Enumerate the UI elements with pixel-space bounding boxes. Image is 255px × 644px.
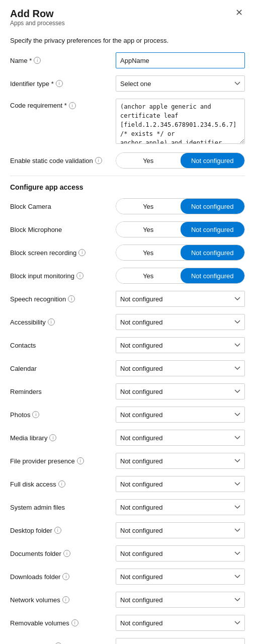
app-access-field-row: ContactsNot configured [10,337,245,353]
static-validation-info-icon[interactable]: i [95,157,102,164]
app-access-field-row: PhotosiNot configured [10,407,245,423]
field-info-icon[interactable]: i [32,411,39,418]
field-select[interactable]: Not configured [116,430,245,446]
field-info-icon[interactable]: i [63,550,70,557]
app-access-field-row: Block MicrophoneYesNot configured [10,221,245,237]
field-info-icon[interactable]: i [76,272,83,279]
field-select[interactable]: Not configured [116,407,245,423]
code-requirement-control: (anchor apple generic and certificate le… [116,99,245,145]
toggle-group[interactable]: YesNot configured [116,268,245,284]
field-info-icon[interactable]: i [62,573,69,580]
field-select[interactable]: Not configured [116,291,245,307]
toggle-not-configured[interactable]: Not configured [181,222,245,237]
name-control [116,52,245,68]
field-select[interactable]: Not configured [116,314,245,330]
toggle-group[interactable]: YesNot configured [116,245,245,261]
field-info-icon[interactable]: i [48,318,55,326]
static-validation-control: Yes Not configured [116,152,245,169]
static-validation-yes[interactable]: Yes [116,153,181,168]
code-requirement-textarea[interactable]: (anchor apple generic and certificate le… [116,99,245,144]
toggle-group[interactable]: YesNot configured [116,198,245,214]
field-select[interactable]: Not configured [116,337,245,353]
toggle-yes[interactable]: Yes [116,222,181,237]
field-info-icon[interactable]: i [62,596,69,603]
app-access-field-control: Not configured [116,615,245,631]
app-access-field-row: Removable volumesiNot configured [10,615,245,631]
app-access-field-row: Documents folderiNot configured [10,545,245,561]
app-access-field-label: Speech recognitioni [10,295,116,303]
panel-title: Add Row [10,8,65,20]
field-info-icon[interactable]: i [49,434,56,441]
app-access-field-label: System admin files [10,504,116,511]
app-access-field-control: Not configured [116,522,245,538]
toggle-group[interactable]: YesNot configured [116,221,245,237]
app-access-field-label: Contacts [10,342,116,349]
static-validation-toggle[interactable]: Yes Not configured [116,152,245,169]
app-access-field-label: Media libraryi [10,434,116,442]
field-info-icon[interactable]: i [78,249,86,256]
field-info-icon[interactable]: i [54,527,61,534]
app-access-field-control: Not configured [116,314,245,330]
toggle-yes[interactable]: Yes [116,245,181,260]
app-access-field-control: Not configured [116,453,245,469]
field-select[interactable]: Not configured [116,383,245,399]
field-select[interactable]: Not configured [116,545,245,561]
app-access-field-label: Reminders [10,388,116,395]
field-select[interactable]: Not configured [116,569,245,585]
app-access-field-row: File provider presenceiNot configured [10,453,245,469]
app-access-field-row: Network volumesiNot configured [10,592,245,608]
field-select[interactable]: Not configured [116,638,245,644]
app-access-field-row: AccessibilityiNot configured [10,314,245,330]
field-select[interactable]: Not configured [116,615,245,631]
app-access-field-control: Not configured [116,430,245,446]
static-validation-row: Enable static code validation i Yes Not … [10,152,245,169]
toggle-yes[interactable]: Yes [116,199,181,214]
field-select[interactable]: Not configured [116,453,245,469]
app-access-field-row: Media libraryiNot configured [10,430,245,446]
app-access-field-row: RemindersNot configured [10,383,245,399]
toggle-not-configured[interactable]: Not configured [181,199,245,214]
field-select[interactable]: Not configured [116,360,245,376]
field-select[interactable]: Not configured [116,522,245,538]
app-access-field-control: Not configured [116,569,245,585]
identifier-type-control: Select oneBundle IDPath [116,75,245,92]
app-access-field-row: Block CameraYesNot configured [10,198,245,214]
app-access-field-label: Block Microphone [10,226,116,233]
app-access-field-label: Full disk accessi [10,480,116,488]
app-access-field-label: Block Camera [10,203,116,210]
app-access-field-control: YesNot configured [116,245,245,261]
name-info-icon[interactable]: i [34,57,41,64]
toggle-not-configured[interactable]: Not configured [181,245,245,260]
toggle-not-configured[interactable]: Not configured [181,268,245,283]
app-access-field-label: Accessibilityi [10,318,116,326]
field-select[interactable]: Not configured [116,476,245,492]
field-info-icon[interactable]: i [71,619,78,626]
field-info-icon[interactable]: i [68,295,75,302]
identifier-type-info-icon[interactable]: i [56,80,63,87]
app-access-field-label: Desktop folderi [10,527,116,534]
panel-subtitle: Apps and processes [10,20,65,27]
app-access-field-control: Not configured [116,337,245,353]
app-access-field-control: Not configured [116,383,245,399]
toggle-yes[interactable]: Yes [116,268,181,283]
field-info-icon[interactable]: i [77,457,84,464]
close-button[interactable]: ✕ [233,8,245,17]
form-description: Specify the privacy preferences for the … [10,37,245,44]
app-access-field-row: Full disk accessiNot configured [10,476,245,492]
app-access-field-label: Photosi [10,411,116,419]
app-access-field-row: Block screen recordingiYesNot configured [10,245,245,261]
name-input[interactable] [116,52,245,68]
field-select[interactable]: Not configured [116,592,245,608]
app-access-field-label: Downloads folderi [10,573,116,581]
code-requirement-label: Code requirement * i [10,99,116,109]
app-access-field-control: Not configured [116,291,245,307]
field-info-icon[interactable]: i [58,480,65,488]
code-requirement-info-icon[interactable]: i [69,102,76,109]
app-access-field-control: Not configured [116,476,245,492]
field-select[interactable]: Not configured [116,499,245,515]
app-access-field-label: Removable volumesi [10,619,116,627]
static-validation-not-configured[interactable]: Not configured [181,153,245,168]
identifier-type-select[interactable]: Select oneBundle IDPath [116,75,245,92]
app-access-field-control: YesNot configured [116,221,245,237]
app-access-field-control: Not configured [116,499,245,515]
